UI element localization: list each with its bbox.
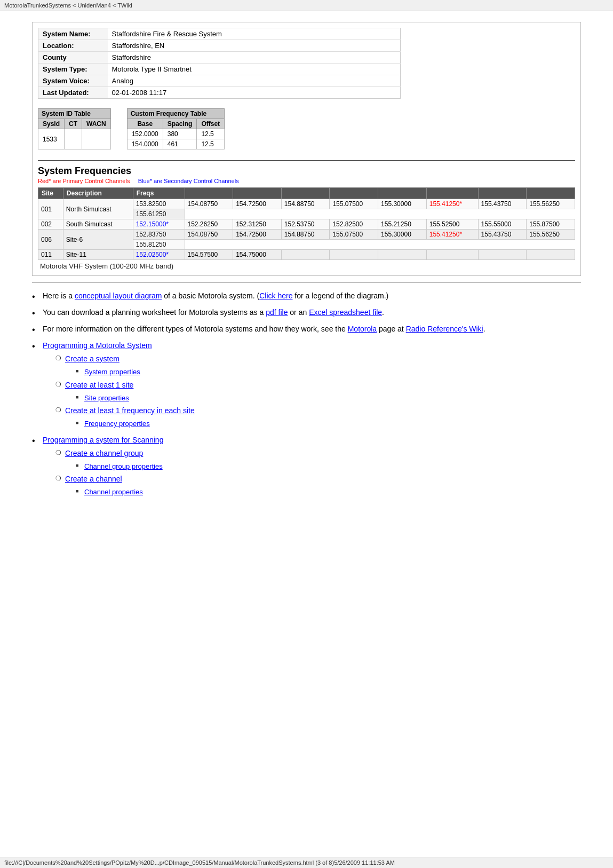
system-info-value: Staffordshire	[108, 52, 401, 64]
system-info-row: System Name:Staffordshire Fire & Rescue …	[38, 28, 401, 40]
system-info-label: System Name:	[38, 28, 108, 40]
sub-sub-link-0-2-0[interactable]: Frequency properties	[84, 420, 150, 428]
freq-cell: 152.02500*	[133, 250, 185, 260]
freq-cell: 152.83750	[133, 230, 185, 240]
freq-cell: 155.87500	[527, 219, 575, 230]
system-info-row: CountyStaffordshire	[38, 52, 401, 64]
system-info-table: System Name:Staffordshire Fire & Rescue …	[38, 28, 401, 99]
sysid-th: Sysid	[38, 119, 65, 129]
cft-cell: 380	[163, 129, 197, 139]
sysid-row: 1533	[38, 129, 111, 149]
freq-cell: 152.53750	[281, 219, 330, 230]
cft-cell: 154.0000	[127, 139, 163, 149]
sub-sub-list-1-1: Channel properties	[65, 487, 581, 498]
freq-th-c1	[185, 188, 233, 199]
sub-sub-link-0-0-0[interactable]: System properties	[84, 368, 140, 376]
sub-sub-item-0-2-0: Frequency properties	[76, 419, 581, 429]
freq-th-c6	[426, 188, 478, 199]
nav-link-1[interactable]: Programming a system for Scanning	[43, 436, 163, 444]
freq-cell: 155.30000	[378, 230, 427, 240]
nav-list: Programming a Motorola SystemCreate a sy…	[32, 340, 581, 498]
sub-sub-link-1-0-0[interactable]: Channel group properties	[84, 462, 163, 470]
bullet-item-1: Here is a conceptual layout diagram of a…	[32, 290, 581, 302]
freq-cell-empty	[281, 250, 330, 260]
freq-section: System Frequencies Red* are Primary Cont…	[38, 160, 575, 260]
system-info-value: Staffordshire, EN	[108, 40, 401, 52]
bullet-item-2: You can download a planning worksheet fo…	[32, 307, 581, 318]
freq-cell: 154.72500	[233, 199, 282, 209]
cft-row: 152.000038012.5	[127, 129, 224, 139]
freq-cell: 155.21250	[378, 219, 427, 230]
sub-link-0-0[interactable]: Create a system	[65, 354, 120, 363]
freq-desc: North Simulcast	[63, 199, 133, 219]
freq-cell: 155.56250	[527, 199, 575, 209]
freq-cell: 155.43750	[478, 199, 527, 209]
system-info-value: 02-01-2008 11:17	[108, 87, 401, 99]
bottom-bar-text: file:///C|/Documents%20and%20Settings/PO…	[4, 859, 395, 866]
system-info-value: Analog	[108, 75, 401, 87]
system-info-value: Staffordshire Fire & Rescue System	[108, 28, 401, 40]
freq-th-desc: Description	[63, 188, 133, 199]
sub-sub-list-0-2: Frequency properties	[65, 419, 581, 429]
sub-sub-link-1-1-0[interactable]: Channel properties	[84, 488, 143, 496]
conceptual-layout-link[interactable]: conceptual layout diagram	[75, 291, 162, 300]
freq-cell: 152.26250	[185, 219, 233, 230]
excel-link[interactable]: Excel spreadsheet file	[309, 308, 382, 317]
freq-table: Site Description Freqs 001North Simulcas…	[38, 187, 575, 260]
sub-link-0-2[interactable]: Create at least 1 frequency in each site	[65, 406, 195, 415]
freq-th-c8	[527, 188, 575, 199]
freq-th-c7	[478, 188, 527, 199]
freq-cell: 155.43750	[478, 230, 527, 240]
nav-item-1: Programming a system for ScanningCreate …	[32, 435, 581, 498]
motorola-link[interactable]: Motorola	[348, 325, 377, 333]
top-bar: MotorolaTrunkedSystems < UnidenMan4 < TW…	[0, 0, 613, 11]
freq-row: 011Site-11152.02500*154.57500154.75000	[38, 250, 575, 260]
pdf-link[interactable]: pdf file	[266, 308, 288, 317]
freq-cell: 155.41250*	[426, 230, 478, 240]
sub-link-1-0[interactable]: Create a channel group	[65, 449, 143, 457]
custom-freq-caption: Custom Frequency Table	[127, 108, 225, 119]
sub-link-1-1[interactable]: Create a channel	[65, 475, 122, 483]
sub-link-0-1[interactable]: Create at least 1 site	[65, 381, 133, 389]
sub-sub-link-0-1-0[interactable]: Site properties	[84, 394, 129, 402]
freq-desc: Site-6	[63, 230, 133, 250]
cft-cell: 461	[163, 139, 197, 149]
sysid-th: CT	[65, 119, 82, 129]
rr-wiki-link[interactable]: Radio Reference's Wiki	[406, 325, 483, 333]
freq-cell: 154.75000	[233, 250, 282, 260]
sub-sub-list-1-0: Channel group properties	[65, 461, 581, 472]
freq-desc: South Simulcast	[63, 219, 133, 230]
sub-sub-item-1-1-0: Channel properties	[76, 487, 581, 498]
sub-sub-item-0-1-0: Site properties	[76, 393, 581, 404]
system-info-row: Location:Staffordshire, EN	[38, 40, 401, 52]
motorola-caption: Motorola VHF System (100-200 MHz band)	[38, 260, 575, 270]
top-bar-text: MotorolaTrunkedSystems < UnidenMan4 < TW…	[4, 2, 132, 9]
freq-cell: 153.82500	[133, 199, 185, 209]
system-info-label: System Voice:	[38, 75, 108, 87]
nav-item-0: Programming a Motorola SystemCreate a sy…	[32, 340, 581, 429]
cft-th: Base	[127, 119, 163, 129]
freq-cell-2: 155.81250	[133, 240, 185, 250]
freq-cell: 154.57500	[185, 250, 233, 260]
system-box: System Name:Staffordshire Fire & Rescue …	[32, 22, 581, 276]
sub-item-1-0: Create a channel groupChannel group prop…	[55, 448, 581, 472]
freq-cell: 154.08750	[185, 199, 233, 209]
legend-link[interactable]: Click here	[259, 291, 292, 300]
sysid-cell: 1533	[38, 129, 65, 149]
sysid-cell	[65, 129, 82, 149]
freq-cell-empty	[527, 250, 575, 260]
freq-site: 011	[38, 250, 63, 260]
freq-th-site: Site	[38, 188, 63, 199]
nav-link-0[interactable]: Programming a Motorola System	[43, 341, 152, 350]
custom-freq-table: Custom Frequency Table BaseSpacingOffset…	[127, 108, 225, 149]
sysid-th: WACN	[82, 119, 111, 129]
cft-cell: 12.5	[197, 139, 225, 149]
system-info-row: System Type:Motorola Type II Smartnet	[38, 64, 401, 75]
system-id-caption: System ID Table	[38, 108, 111, 119]
system-info-label: System Type:	[38, 64, 108, 75]
freq-th-c4	[330, 188, 378, 199]
bullet-item-3: For more information on the different ty…	[32, 323, 581, 335]
sub-sub-item-1-0-0: Channel group properties	[76, 461, 581, 472]
system-info-label: Last Updated:	[38, 87, 108, 99]
bullets-list: Here is a conceptual layout diagram of a…	[32, 290, 581, 335]
